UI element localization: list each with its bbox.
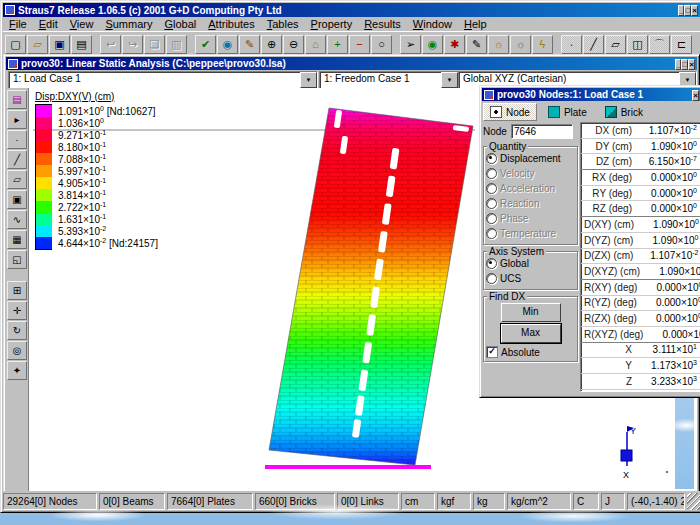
result-label: D(ZX) (cm) (584, 250, 638, 261)
save-icon[interactable]: ▣ (49, 35, 70, 54)
close-button[interactable]: × (688, 59, 695, 70)
status-cell: kg (473, 493, 505, 510)
menu-item-file[interactable]: File (3, 18, 33, 30)
dropdown-arrow-icon[interactable]: ▼ (300, 72, 317, 88)
redraw-icon[interactable]: ✦ (7, 361, 27, 380)
model-window-titlebar[interactable]: provo30: Linear Static Analysis (C:\pepp… (6, 57, 697, 70)
dynamic-rotate-icon[interactable]: ◎ (7, 341, 27, 360)
draw-beam-icon[interactable]: ╱ (583, 35, 604, 54)
rotate-view-icon[interactable]: ↻ (7, 321, 27, 340)
menu-item-view[interactable]: View (64, 18, 100, 30)
freedom-case-combo[interactable]: 1: Freedom Case 1▼ (319, 71, 459, 89)
entity-tab-brick[interactable]: Brick (598, 103, 650, 121)
refresh-icon[interactable]: ✱ (444, 35, 465, 54)
legend-value-label: 1.631×10-1 (58, 214, 106, 225)
result-value: 1.090×100 (639, 219, 699, 230)
legend-entry: 1.091×100 [Nd:10627] (35, 105, 158, 117)
find-max-button[interactable]: Max (501, 324, 561, 343)
axis-system-radio[interactable] (486, 273, 497, 284)
select-node-icon[interactable]: ∙ (7, 130, 27, 149)
contour-legend-icon[interactable]: ▤ (7, 90, 27, 109)
erase-icon[interactable]: ⊏ (671, 35, 692, 54)
quantity-option-displacement[interactable]: Displacement (486, 151, 575, 166)
zoom-window-icon[interactable]: ⊞ (7, 281, 27, 300)
result-row: D(XYZ) (cm)1.090×100 (581, 264, 700, 280)
select-brick-icon[interactable]: ▣ (7, 190, 27, 209)
print-icon[interactable]: ▤ (71, 35, 92, 54)
axis-system-radio[interactable] (486, 258, 497, 269)
menu-item-window[interactable]: Window (407, 18, 458, 30)
new-file-icon[interactable]: ▢ (5, 35, 26, 54)
draw-plate-icon[interactable]: ▱ (605, 35, 626, 54)
axis-system-group-title: Axis System (487, 246, 546, 257)
light-off-icon[interactable]: ☼ (510, 35, 531, 54)
menu-item-edit[interactable]: Edit (33, 18, 64, 30)
status-cell: C (573, 493, 599, 510)
legend-entry: 9.271×10-1 (35, 129, 158, 141)
entity-tab-label: Brick (621, 107, 643, 118)
node-number-input[interactable] (511, 124, 573, 139)
absolute-checkbox[interactable]: ✓ (486, 346, 498, 358)
select-beam-icon[interactable]: ╱ (7, 150, 27, 169)
absolute-checkbox-row[interactable]: ✓ Absolute (486, 346, 575, 358)
result-row: D(YZ) (cm)1.090×100 (581, 233, 700, 249)
titlebar[interactable]: Straus7 Release 1.06.5 (c) 2001 G+D Comp… (3, 3, 700, 17)
toolbar-separator (188, 35, 194, 53)
result-row: DX (cm)1.107×10-2 (581, 123, 700, 139)
result-label: D(XY) (cm) (584, 219, 639, 230)
draw-brick-icon[interactable]: ◫ (627, 35, 648, 54)
pan-view-icon[interactable]: ✛ (7, 301, 27, 320)
select-region-icon[interactable]: ◱ (7, 250, 27, 269)
scale-down-icon[interactable]: − (349, 35, 370, 54)
entity-tab-plate[interactable]: Plate (541, 103, 594, 121)
menu-item-property[interactable]: Property (305, 18, 359, 30)
draw-node-icon[interactable]: ∙ (561, 35, 582, 54)
edit-elements-icon[interactable]: ✎ (239, 35, 260, 54)
quantity-radio[interactable] (486, 153, 497, 164)
close-button[interactable]: × (692, 90, 699, 101)
scale-up-icon[interactable]: + (327, 35, 348, 54)
select-plate-icon[interactable]: ▱ (7, 170, 27, 189)
sketch-icon[interactable]: ✎ (466, 35, 487, 54)
menu-item-tables[interactable]: Tables (261, 18, 305, 30)
light-on-icon[interactable]: ☼ (488, 35, 509, 54)
magnify-icon[interactable]: ○ (371, 35, 392, 54)
entity-tab-node[interactable]: Node (483, 103, 537, 121)
resize-grip[interactable] (687, 493, 700, 510)
quantity-radio (486, 198, 497, 209)
zoom-out-icon[interactable]: ⊖ (283, 35, 304, 54)
load-case-combo[interactable]: 1: Load Case 1▼ (8, 71, 318, 89)
menu-item-results[interactable]: Results (358, 18, 407, 30)
status-bar: 29264[0] Nodes0[0] Beams7664[0] Plates66… (3, 492, 700, 510)
close-button[interactable]: × (691, 5, 698, 16)
open-folder-icon[interactable]: ▱ (27, 35, 48, 54)
check-model-icon[interactable]: ✔ (195, 35, 216, 54)
result-row: RZ (deg)0.000×100 (581, 201, 700, 217)
result-value: 3.233×103 (637, 376, 697, 387)
axis-system-option-global[interactable]: Global (486, 256, 575, 271)
find-min-button[interactable]: Min (501, 303, 561, 322)
select-arrow-icon[interactable]: ▸ (7, 110, 27, 129)
menu-item-attributes[interactable]: Attributes (202, 18, 260, 30)
menu-item-summary[interactable]: Summary (99, 18, 158, 30)
select-face-icon[interactable]: ▦ (7, 230, 27, 249)
axis-system-option-ucs[interactable]: UCS (486, 271, 575, 286)
draw-link-icon[interactable]: ⌒ (649, 35, 670, 54)
result-value: 1.173×103 (637, 360, 697, 371)
find-group-title: Find DX (487, 291, 527, 302)
result-value: 1.107×10-2 (637, 125, 697, 136)
select-pointer-icon[interactable]: ➢ (400, 35, 421, 54)
toolbar-separator (393, 35, 399, 53)
zoom-fit-icon[interactable]: ⌂ (305, 35, 326, 54)
select-link-icon[interactable]: ∿ (7, 210, 27, 229)
node-panel-titlebar[interactable]: provo30 Nodes:1: Load Case 1 × (482, 88, 700, 101)
node-icon (490, 106, 502, 118)
menu-item-global[interactable]: Global (158, 18, 202, 30)
result-value: 0.000×100 (642, 297, 700, 308)
globe-view-icon[interactable]: ◉ (217, 35, 238, 54)
dropdown-arrow-icon[interactable]: ▼ (441, 72, 458, 88)
world-icon[interactable]: ◉ (422, 35, 443, 54)
zoom-in-icon[interactable]: ⊕ (261, 35, 282, 54)
flash-icon[interactable]: ϟ (532, 35, 553, 54)
menu-item-help[interactable]: Help (458, 18, 493, 30)
